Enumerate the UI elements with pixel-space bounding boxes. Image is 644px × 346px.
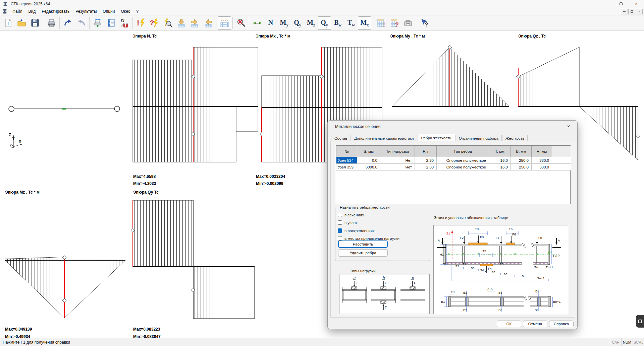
cell-t[interactable]: 16.0	[489, 164, 511, 170]
force-bw-button[interactable]: Bw	[331, 16, 344, 30]
plot-mx-max: Max=0.0023204	[256, 174, 285, 179]
plot-my	[392, 45, 509, 107]
cell-load-type[interactable]: Нет	[380, 164, 415, 170]
print-button[interactable]	[45, 16, 58, 30]
force-tw-label: Tw	[347, 19, 355, 27]
maximize-button[interactable]	[613, 0, 629, 8]
menubar: Файл Вид Редактировать Результаты Опции …	[0, 8, 644, 15]
cell-f[interactable]: 2.30	[415, 157, 437, 164]
table-errors-button[interactable]: !	[374, 16, 388, 30]
svg-text:A: A	[558, 238, 560, 242]
mdi-close-button[interactable]: ×	[636, 9, 643, 14]
cell-h[interactable]: 380.0	[532, 164, 552, 170]
menu-window[interactable]: Окно	[118, 8, 133, 14]
calculate-button[interactable]	[91, 16, 104, 30]
search-results-button[interactable]	[161, 16, 174, 30]
cell-s[interactable]: 6000.0	[357, 164, 380, 170]
cancel-zoom-button[interactable]	[234, 16, 248, 30]
cell-node[interactable]: Узел 534	[336, 157, 357, 164]
tab-sostav[interactable]: Состав	[331, 135, 351, 141]
new-document-button[interactable]: I	[1, 16, 15, 30]
open-file-button[interactable]	[15, 16, 28, 30]
plot-mx-min: Min=-0.002099	[256, 181, 283, 186]
checkbox-at-load-points[interactable]: в местах приложения нагрузки	[338, 236, 399, 240]
menu-help[interactable]: ?	[133, 8, 142, 14]
force-my-button[interactable]: My	[277, 16, 291, 30]
force-qy-button[interactable]: Qy	[291, 16, 304, 30]
report-button[interactable]	[104, 16, 118, 30]
goto-next-button[interactable]	[188, 16, 201, 30]
cell-rib-type[interactable]: Опорное полужесткое	[437, 164, 489, 170]
mdi-minimize-button[interactable]	[621, 9, 628, 14]
check-errors-button[interactable]: !	[134, 16, 148, 30]
edge-panel-button[interactable]	[636, 315, 644, 328]
force-n-button[interactable]: N	[264, 16, 277, 30]
svg-text:Fn: Fn	[538, 236, 542, 239]
force-n-label: N	[268, 19, 273, 27]
svg-text:T6: T6	[509, 227, 513, 231]
redo-button[interactable]	[61, 16, 74, 30]
menu-edit[interactable]: Редактировать	[39, 8, 72, 14]
mdi-restore-button[interactable]	[628, 9, 635, 14]
undo-button[interactable]	[74, 16, 88, 30]
svg-text:I: I	[7, 21, 9, 26]
menu-options[interactable]: Опции	[100, 8, 118, 14]
minimize-button[interactable]	[598, 0, 613, 8]
cell-node[interactable]: Узел 359	[336, 164, 357, 170]
cell-t[interactable]: 16.0	[489, 157, 511, 164]
cell-s[interactable]: 0.0	[357, 157, 380, 164]
cell-load-type[interactable]: Нет	[380, 157, 415, 164]
tab-zhestkost[interactable]: Жесткость	[502, 135, 528, 141]
force-qy2-button[interactable]: Qy	[318, 16, 331, 30]
remove-ribs-button[interactable]: Удалить ребра	[338, 249, 388, 257]
table-query-button[interactable]: ?	[388, 16, 401, 30]
plot-qy-max: Max=0.083223	[133, 327, 160, 332]
rod-scheme-button[interactable]	[251, 16, 264, 30]
cell-f[interactable]: 2.30	[415, 164, 437, 170]
save-button[interactable]	[28, 16, 42, 30]
cell-b[interactable]: 250.0	[511, 164, 532, 170]
cancel-button[interactable]: Отмена	[523, 321, 547, 327]
checkbox-in-bracings[interactable]: ✓ в раскреплениях	[338, 228, 375, 233]
tab-rebra-zhestkosti[interactable]: Ребра жесткости	[418, 134, 455, 142]
dialog-close-button[interactable]: ×	[564, 122, 573, 130]
table-row[interactable]: Узел 359 6000.0 Нет 2.30 Опорное полужес…	[336, 164, 571, 170]
app-icon	[3, 1, 8, 7]
menu-file[interactable]: Файл	[9, 8, 25, 14]
window-controls: ×	[598, 0, 644, 8]
checkbox-in-nodes[interactable]: в узлах	[338, 220, 358, 225]
ok-button[interactable]: ОК	[497, 321, 521, 327]
help-button[interactable]: Справка	[549, 321, 574, 327]
context-help-button[interactable]: ?	[418, 16, 431, 30]
force-tw-button[interactable]: Tw	[344, 16, 358, 30]
svg-text:Bn+1: Bn+1	[553, 300, 560, 303]
beam-diagrams-button[interactable]	[218, 16, 231, 30]
force-mx-button[interactable]: Mx	[358, 16, 371, 30]
tab-dop-harakteristiki[interactable]: Дополнительные характеристики	[351, 135, 417, 141]
cell-h[interactable]: 380.0	[532, 157, 552, 164]
col-filler	[552, 146, 571, 157]
num-indicator: NUM	[621, 338, 633, 346]
checkbox-in-sections[interactable]: в сечениях	[338, 213, 364, 217]
table-exclamation-icon: !	[377, 18, 386, 27]
snapshot-button[interactable]	[401, 16, 415, 30]
place-ribs-button[interactable]: Расставить	[338, 240, 388, 248]
table-row[interactable]: Узел 534 0.0 Нет 2.30 Опорное полужестко…	[336, 157, 571, 164]
cell-rib-type[interactable]: Опорное полужесткое	[437, 157, 489, 164]
query-calc-button[interactable]: ?	[148, 16, 161, 30]
force-qy2-label: Qy	[321, 19, 328, 27]
goto-prev-button[interactable]	[201, 16, 215, 30]
camera-icon	[404, 18, 413, 27]
ei-stiffness-button[interactable]: EI	[118, 16, 131, 30]
close-button[interactable]: ×	[629, 0, 644, 8]
dialog-title: Металлическое сечение	[335, 124, 380, 129]
ribs-table[interactable]: № S, мм Тип нагрузки F, т Тип ребра T, м…	[336, 145, 571, 204]
force-mz-button[interactable]: Mz	[304, 16, 318, 30]
menu-view[interactable]: Вид	[25, 8, 39, 14]
svg-text:F: F	[414, 281, 416, 285]
tab-ogranicheniya-podbora[interactable]: Ограничения подбора	[455, 135, 502, 141]
menu-results[interactable]: Результаты	[72, 8, 100, 14]
cell-b[interactable]: 250.0	[511, 157, 532, 164]
goto-down-button[interactable]	[174, 16, 188, 30]
toolbar-separator	[249, 17, 249, 29]
